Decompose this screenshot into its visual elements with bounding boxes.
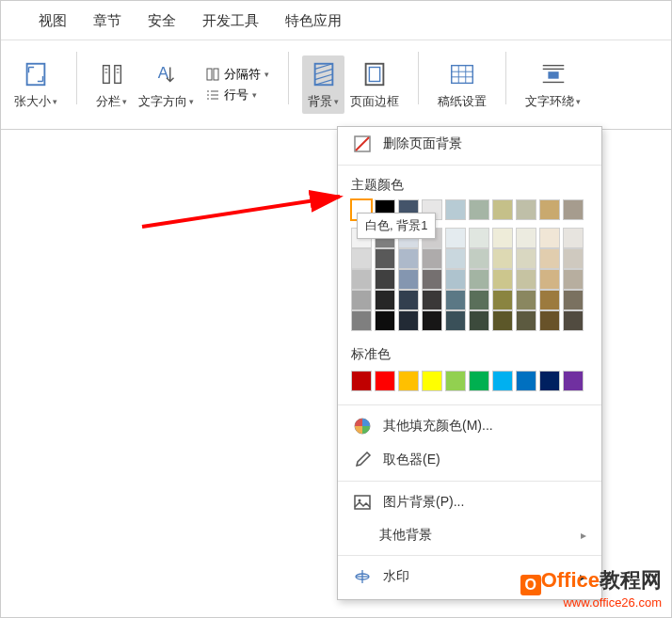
tint-swatch[interactable] — [563, 228, 584, 248]
standard-swatch[interactable] — [492, 371, 513, 391]
theme-swatch[interactable] — [563, 199, 584, 220]
background-button[interactable]: 背景▾ — [302, 55, 344, 114]
annotation-arrow — [137, 151, 354, 236]
page-border-button[interactable]: 页面边框 — [344, 55, 405, 114]
brand-url: www.office26.com — [520, 595, 662, 610]
text-direction-icon: A — [152, 59, 182, 89]
menu-view[interactable]: 视图 — [39, 12, 67, 30]
tint-swatch[interactable] — [492, 248, 513, 269]
tint-swatch[interactable] — [563, 310, 584, 331]
standard-swatch[interactable] — [539, 371, 560, 391]
standard-swatch[interactable] — [351, 371, 372, 391]
more-fill-colors-item[interactable]: 其他填充颜色(M)... — [338, 409, 601, 443]
tint-swatch[interactable] — [351, 290, 372, 310]
tint-swatch[interactable] — [422, 310, 442, 331]
menubar: 视图 章节 安全 开发工具 特色应用 — [1, 1, 671, 40]
page-size-label: 张大小 — [14, 93, 51, 110]
ribbon: 张大小▾ 分栏▾ A 文字方向▾ 分隔符 ▾ 行号 ▾ — [1, 40, 671, 130]
theme-swatch[interactable] — [516, 199, 536, 220]
manuscript-label: 稿纸设置 — [438, 93, 487, 110]
text-wrap-icon — [538, 59, 568, 89]
tint-swatch[interactable] — [398, 269, 419, 290]
tint-swatch[interactable] — [422, 269, 442, 290]
tint-swatch[interactable] — [469, 248, 489, 269]
tint-swatch[interactable] — [375, 269, 395, 290]
columns-button[interactable]: 分栏▾ — [90, 55, 133, 114]
tint-swatch[interactable] — [445, 310, 466, 331]
tint-swatch[interactable] — [539, 248, 560, 269]
standard-swatch[interactable] — [422, 371, 442, 391]
tint-swatch[interactable] — [469, 269, 489, 290]
picture-icon — [353, 493, 372, 512]
separator-button[interactable]: 分隔符 ▾ — [205, 66, 269, 83]
tint-swatch[interactable] — [398, 248, 419, 269]
tint-swatch[interactable] — [516, 310, 536, 331]
menu-featured[interactable]: 特色应用 — [285, 12, 342, 30]
theme-swatch[interactable] — [539, 199, 560, 220]
standard-swatch[interactable] — [398, 371, 419, 391]
tint-swatch[interactable] — [398, 290, 419, 310]
tint-swatch[interactable] — [351, 248, 372, 269]
tint-swatch[interactable] — [563, 269, 584, 290]
tint-swatch[interactable] — [469, 310, 489, 331]
tint-swatch[interactable] — [516, 248, 536, 269]
theme-swatch[interactable] — [445, 199, 466, 220]
background-dropdown: 删除页面背景 主题颜色 标准色 其他填充颜色(M)... 取色器(E) 图片背景… — [337, 126, 602, 600]
tint-swatch[interactable] — [445, 290, 466, 310]
tint-swatch[interactable] — [539, 310, 560, 331]
tint-swatch[interactable] — [445, 228, 466, 248]
tint-swatch[interactable] — [351, 269, 372, 290]
menu-devtools[interactable]: 开发工具 — [202, 12, 259, 30]
tint-swatch[interactable] — [539, 228, 560, 248]
tint-swatch[interactable] — [469, 228, 489, 248]
brand-cn: 教程网 — [600, 568, 662, 592]
line-number-icon — [205, 87, 220, 103]
other-background-item[interactable]: 其他背景 ▸ — [338, 519, 601, 551]
tint-swatch[interactable] — [375, 248, 395, 269]
picture-background-item[interactable]: 图片背景(P)... — [338, 485, 601, 519]
tint-swatch[interactable] — [516, 269, 536, 290]
menu-security[interactable]: 安全 — [148, 12, 176, 30]
tint-swatch[interactable] — [563, 290, 584, 310]
remove-background-item[interactable]: 删除页面背景 — [338, 127, 601, 161]
tint-swatch[interactable] — [539, 269, 560, 290]
standard-swatch[interactable] — [563, 371, 584, 391]
line-number-button[interactable]: 行号 ▾ — [205, 87, 269, 103]
theme-swatch[interactable] — [469, 199, 489, 220]
tint-swatch[interactable] — [375, 290, 395, 310]
tint-swatch[interactable] — [445, 269, 466, 290]
tooltip-text: 白色, 背景1 — [365, 218, 427, 232]
page-size-button[interactable]: 张大小▾ — [8, 55, 63, 114]
tint-swatch[interactable] — [469, 290, 489, 310]
eyedropper-item[interactable]: 取色器(E) — [338, 443, 601, 477]
remove-bg-label: 删除页面背景 — [383, 135, 462, 152]
tint-swatch[interactable] — [422, 290, 442, 310]
tint-swatch[interactable] — [492, 310, 513, 331]
tint-swatch[interactable] — [445, 248, 466, 269]
svg-line-36 — [142, 197, 340, 227]
tint-swatch[interactable] — [398, 310, 419, 331]
standard-swatch[interactable] — [469, 371, 489, 391]
tint-swatch[interactable] — [492, 269, 513, 290]
manuscript-button[interactable]: 稿纸设置 — [432, 55, 492, 114]
tint-swatch[interactable] — [516, 228, 536, 248]
tint-swatch[interactable] — [492, 228, 513, 248]
tint-swatch[interactable] — [375, 310, 395, 331]
svg-rect-2 — [114, 66, 120, 84]
tint-swatch[interactable] — [492, 290, 513, 310]
tint-swatch[interactable] — [539, 290, 560, 310]
tint-swatch[interactable] — [563, 248, 584, 269]
standard-swatch[interactable] — [375, 371, 395, 391]
text-wrap-button[interactable]: 文字环绕▾ — [520, 55, 586, 114]
theme-swatch[interactable] — [492, 199, 513, 220]
tint-swatch[interactable] — [351, 310, 372, 331]
columns-label: 分栏 — [96, 93, 120, 110]
menu-chapter[interactable]: 章节 — [93, 12, 121, 30]
svg-rect-8 — [207, 69, 212, 80]
site-watermark: OOffice教程网 www.office26.com — [520, 566, 662, 610]
standard-swatch[interactable] — [445, 371, 466, 391]
tint-swatch[interactable] — [422, 248, 442, 269]
standard-swatch[interactable] — [516, 371, 536, 391]
text-direction-button[interactable]: A 文字方向▾ — [133, 55, 200, 114]
tint-swatch[interactable] — [516, 290, 536, 310]
